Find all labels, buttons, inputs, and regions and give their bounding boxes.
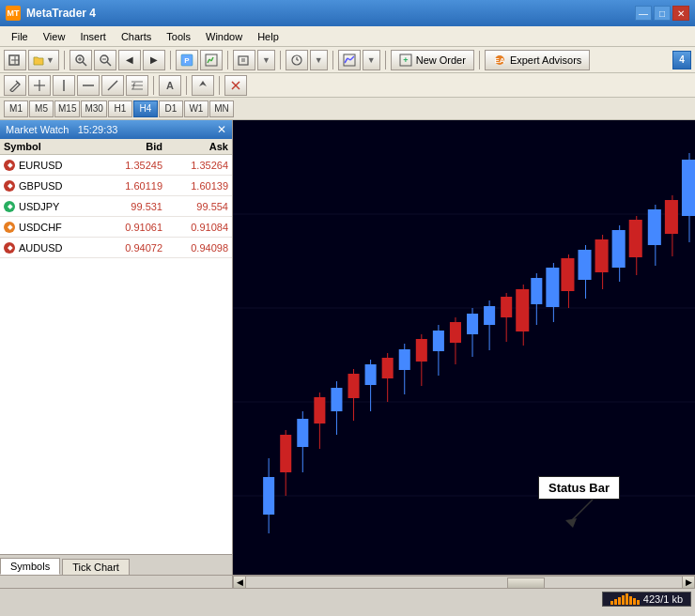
tf-d1[interactable]: D1 bbox=[159, 100, 183, 117]
svg-rect-93 bbox=[629, 220, 642, 257]
svg-text:A: A bbox=[166, 80, 174, 91]
svg-rect-51 bbox=[280, 435, 291, 472]
close-button[interactable]: ✕ bbox=[672, 6, 689, 21]
svg-rect-69 bbox=[433, 331, 444, 351]
arrows-btn[interactable] bbox=[192, 75, 214, 96]
tf-h1[interactable]: H1 bbox=[108, 100, 132, 117]
crosshair-btn[interactable] bbox=[28, 75, 51, 96]
menu-bar: File View Insert Charts Tools Window Hel… bbox=[0, 26, 695, 47]
expert-advisors-button[interactable]: EA Expert Advisors bbox=[485, 50, 590, 70]
minimize-button[interactable]: — bbox=[635, 6, 652, 21]
clock-dropdown[interactable]: ▼ bbox=[310, 50, 328, 70]
svg-rect-75 bbox=[484, 306, 495, 325]
tf-m15[interactable]: M15 bbox=[54, 100, 80, 117]
h-scrollbar[interactable]: ◀ ▶ bbox=[233, 576, 695, 588]
svg-rect-83 bbox=[546, 268, 559, 307]
list-item[interactable]: ◆ GBPUSD 1.60119 1.60139 bbox=[0, 176, 232, 196]
svg-text:+: + bbox=[403, 55, 408, 65]
bar-2 bbox=[614, 599, 617, 605]
scroll-right-arrow[interactable]: ▶ bbox=[682, 576, 695, 589]
svg-text:f: f bbox=[132, 82, 136, 91]
market-watch-header: Market Watch 15:29:33 ✕ bbox=[0, 120, 232, 139]
scroll-left-arrow[interactable]: ◀ bbox=[233, 576, 246, 589]
separator-3 bbox=[227, 51, 228, 69]
open-dropdown[interactable]: ▼ bbox=[28, 50, 59, 70]
svg-rect-91 bbox=[612, 230, 626, 268]
zoom-out-btn[interactable] bbox=[94, 50, 116, 70]
tab-tick-chart[interactable]: Tick Chart bbox=[62, 559, 130, 575]
fibonacci-btn[interactable]: f bbox=[126, 75, 148, 96]
chart-zoom-btn[interactable] bbox=[200, 50, 223, 70]
svg-rect-71 bbox=[450, 322, 461, 343]
template-dropdown[interactable]: ▼ bbox=[257, 50, 275, 70]
menu-window[interactable]: Window bbox=[198, 29, 250, 44]
tf-mn[interactable]: MN bbox=[209, 100, 234, 117]
scroll-track[interactable] bbox=[246, 576, 682, 589]
edit-mode-btn[interactable] bbox=[4, 75, 26, 96]
new-chart-btn[interactable] bbox=[4, 50, 26, 70]
maximize-button[interactable]: □ bbox=[654, 6, 671, 21]
svg-rect-81 bbox=[531, 278, 542, 304]
vertical-line-btn[interactable] bbox=[53, 75, 75, 96]
bid-cell: 99.531 bbox=[100, 201, 166, 212]
status-bar: 423/1 kb bbox=[0, 588, 695, 608]
scroll-thumb[interactable] bbox=[507, 578, 545, 589]
tf-m5[interactable]: M5 bbox=[29, 100, 54, 117]
indicator-dropdown[interactable]: ▼ bbox=[363, 50, 380, 70]
svg-line-15 bbox=[211, 57, 213, 61]
list-item[interactable]: ◆ AUDUSD 0.94072 0.94098 bbox=[0, 238, 232, 258]
market-watch-panel: Market Watch 15:29:33 ✕ Symbol Bid Ask ◆… bbox=[0, 120, 233, 575]
clock-btn[interactable] bbox=[286, 50, 308, 70]
menu-file[interactable]: File bbox=[4, 29, 36, 44]
market-watch-table: ◆ EURUSD 1.35245 1.35264 ◆ GBPUSD 1.6011… bbox=[0, 155, 232, 355]
delete-btn[interactable] bbox=[224, 75, 247, 96]
svg-rect-55 bbox=[314, 397, 325, 424]
menu-view[interactable]: View bbox=[36, 29, 73, 44]
indicator-btn[interactable] bbox=[338, 50, 361, 70]
menu-insert[interactable]: Insert bbox=[72, 29, 114, 44]
list-item[interactable]: ◆ USDJPY 99.531 99.554 bbox=[0, 196, 232, 217]
zoom-in-btn[interactable] bbox=[70, 50, 92, 70]
number-badge: 4 bbox=[672, 51, 691, 69]
list-item[interactable]: ◆ EURUSD 1.35245 1.35264 bbox=[0, 155, 232, 176]
separator-5 bbox=[332, 51, 333, 69]
sep-draw-3 bbox=[219, 76, 220, 95]
scroll-right-btn[interactable]: ▶ bbox=[143, 50, 165, 70]
chart-area[interactable]: Status Bar bbox=[233, 120, 695, 575]
symbol-icon: ◆ bbox=[4, 222, 15, 233]
tf-w1[interactable]: W1 bbox=[184, 100, 208, 117]
tf-h4[interactable]: H4 bbox=[133, 100, 158, 117]
bar-3 bbox=[618, 597, 621, 605]
tf-m1[interactable]: M1 bbox=[4, 100, 28, 117]
separator-7 bbox=[479, 51, 480, 69]
ask-cell: 0.94098 bbox=[166, 242, 232, 254]
new-order-button[interactable]: + New Order bbox=[391, 50, 474, 70]
col-ask: Ask bbox=[166, 139, 232, 154]
symbol-cell: ◆ GBPUSD bbox=[0, 180, 100, 192]
bar-7 bbox=[633, 598, 636, 605]
svg-rect-77 bbox=[501, 297, 512, 317]
menu-tools[interactable]: Tools bbox=[159, 29, 198, 44]
symbol-icon: ◆ bbox=[4, 201, 15, 212]
scroll-left-btn[interactable]: ◀ bbox=[118, 50, 141, 70]
market-watch-close[interactable]: ✕ bbox=[217, 123, 226, 136]
col-bid: Bid bbox=[100, 139, 166, 154]
horizontal-line-btn[interactable] bbox=[77, 75, 100, 96]
sep-draw-1 bbox=[153, 76, 154, 95]
list-item[interactable]: ◆ USDCHF 0.91061 0.91084 bbox=[0, 217, 232, 238]
menu-charts[interactable]: Charts bbox=[114, 29, 159, 44]
text-btn[interactable]: A bbox=[159, 75, 181, 96]
svg-line-24 bbox=[348, 58, 350, 60]
svg-line-35 bbox=[108, 81, 117, 90]
period-btn[interactable]: P bbox=[176, 50, 198, 70]
menu-help[interactable]: Help bbox=[250, 29, 286, 44]
bar-6 bbox=[629, 596, 632, 605]
tf-m30[interactable]: M30 bbox=[81, 100, 106, 117]
window-controls: — □ ✕ bbox=[635, 6, 689, 21]
trendline-btn[interactable] bbox=[101, 75, 124, 96]
template-btn[interactable] bbox=[233, 50, 255, 70]
tab-symbols[interactable]: Symbols bbox=[0, 558, 60, 575]
bar-8 bbox=[637, 600, 640, 605]
timeframe-bar: M1 M5 M15 M30 H1 H4 D1 W1 MN bbox=[0, 98, 695, 120]
toolbar-1: ▼ ◀ ▶ P ▼ ▼ ▼ + New Order EA bbox=[0, 47, 695, 73]
